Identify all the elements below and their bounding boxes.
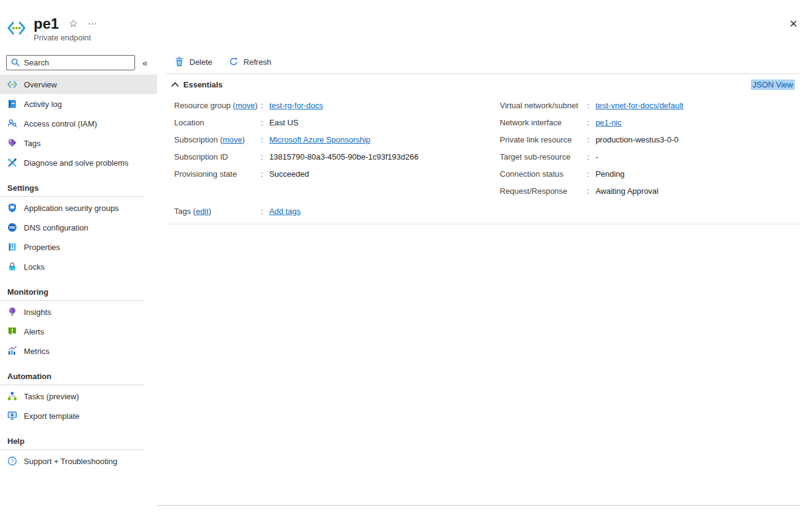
sidebar-nav: OverviewActivity logAccess control (IAM)… [0, 75, 157, 471]
sidebar-item-label: Properties [24, 243, 60, 252]
delete-button-label: Delete [189, 57, 213, 67]
sidebar-section-divider [0, 449, 145, 450]
command-bar: Delete Refresh [157, 54, 812, 73]
target-sub-resource-value: - [596, 152, 598, 161]
essentials-body: Resource group (move):test-rg-for-docsLo… [157, 97, 812, 199]
search-box [6, 55, 135, 70]
favorite-star-icon[interactable]: ☆ [68, 17, 78, 30]
sidebar-item-application-security-groups[interactable]: Application security groups [0, 198, 157, 218]
essentials-header: Essentials JSON View [157, 74, 812, 93]
colon-separator: : [261, 101, 263, 110]
colon-separator: : [587, 169, 590, 179]
essentials-title[interactable]: Essentials [183, 80, 222, 89]
subscription-value-link[interactable]: Microsoft Azure Sponsorship [269, 135, 370, 144]
sidebar-section-help: Help?Support + Troubleshooting [0, 434, 157, 471]
colon-separator: : [261, 152, 263, 161]
export-template-icon [7, 411, 17, 421]
subscription-label: Subscription (move) [174, 135, 258, 144]
subscription-inline-link[interactable]: move [222, 135, 242, 144]
sidebar-item-label: Metrics [24, 347, 49, 356]
sidebar-item-insights[interactable]: Insights [0, 302, 157, 322]
diagnose-icon [7, 158, 17, 168]
trash-icon [175, 57, 185, 67]
provisioning-state-value: Succeeded [269, 169, 309, 179]
refresh-button-label: Refresh [244, 57, 272, 67]
resource-group-label: Resource group (move) [174, 101, 258, 110]
sidebar-item-support-troubleshooting[interactable]: ?Support + Troubleshooting [0, 451, 157, 471]
provisioning-state-label: Provisioning state [174, 169, 258, 179]
json-view-link[interactable]: JSON View [751, 79, 795, 90]
sidebar-item-export-template[interactable]: Export template [0, 406, 157, 426]
sidebar-item-alerts[interactable]: Alerts [0, 322, 157, 341]
delete-button[interactable]: Delete [175, 57, 213, 67]
tags-label: Tags (edit) [174, 207, 258, 216]
essentials-row-tags: Tags (edit):Add tags [174, 202, 812, 220]
sidebar-item-label: Locks [24, 262, 45, 271]
sidebar-section-divider [0, 196, 145, 197]
sidebar: « OverviewActivity logAccess control (IA… [0, 54, 157, 513]
tags-inline-link[interactable]: edit [196, 207, 208, 216]
sidebar-item-tasks-preview[interactable]: Tasks (preview) [0, 386, 157, 406]
sidebar-item-label: Insights [24, 308, 51, 317]
chevron-up-icon[interactable] [171, 82, 179, 87]
sidebar-item-metrics[interactable]: Metrics [0, 341, 157, 361]
private-endpoint-icon [7, 21, 26, 36]
tasks-flowchart-icon [7, 391, 17, 401]
sidebar-item-label: Diagnose and solve problems [24, 158, 128, 168]
close-blade-icon[interactable]: × [789, 17, 797, 31]
search-icon [11, 58, 20, 67]
sidebar-item-label: Tasks (preview) [24, 392, 79, 401]
sidebar-item-dns-configuration[interactable]: DNSDNS configuration [0, 218, 157, 237]
request-response-value: Awaiting Approval [596, 186, 659, 196]
resource-group-value-link[interactable]: test-rg-for-docs [269, 101, 323, 110]
essentials-row-provisioning-state: Provisioning state:Succeeded [174, 165, 495, 182]
sidebar-item-properties[interactable]: Properties [0, 237, 157, 257]
search-input[interactable] [6, 55, 135, 70]
refresh-button[interactable]: Refresh [229, 57, 272, 67]
activity-log-icon [7, 99, 17, 109]
properties-icon [7, 242, 17, 252]
essentials-row-subscription: Subscription (move):Microsoft Azure Spon… [174, 131, 495, 148]
resource-group-inline-link[interactable]: move [235, 101, 255, 110]
sidebar-item-locks[interactable]: Locks [0, 257, 157, 276]
colon-separator: : [587, 101, 590, 110]
essentials-left-column: Resource group (move):test-rg-for-docsLo… [174, 97, 495, 182]
sidebar-item-access-control-iam[interactable]: Access control (IAM) [0, 114, 157, 133]
sidebar-item-label: Alerts [24, 327, 44, 336]
colon-separator: : [261, 169, 263, 179]
more-options-icon[interactable]: ⋯ [88, 18, 98, 29]
subscription-id-value: 13815790-80a3-4505-90be-1c93f193d266 [269, 152, 419, 161]
sidebar-section-title: Automation [0, 369, 157, 385]
access-control-icon [7, 119, 17, 128]
svg-text:DNS: DNS [9, 226, 15, 229]
sidebar-section-title: Help [0, 434, 157, 449]
sidebar-section-monitoring: MonitoringInsightsAlertsMetrics [0, 284, 157, 361]
sidebar-item-tags[interactable]: Tags [0, 133, 157, 153]
colon-separator: : [261, 207, 263, 216]
alert-icon [7, 327, 17, 336]
essentials-row-connection-status: Connection status:Pending [500, 165, 808, 182]
location-label: Location [174, 118, 258, 127]
network-interface-value-link[interactable]: pe1-nic [596, 118, 622, 127]
essentials-row-subscription-id: Subscription ID:13815790-80a3-4505-90be-… [174, 148, 495, 165]
colon-separator: : [587, 152, 590, 161]
request-response-label: Request/Response [500, 186, 585, 196]
connection-status-label: Connection status [500, 169, 585, 179]
essentials-bottom-divider [166, 224, 800, 224]
collapse-sidebar-icon[interactable]: « [141, 57, 149, 68]
colon-separator: : [587, 186, 590, 196]
sidebar-item-activity-log[interactable]: Activity log [0, 94, 157, 114]
private-link-resource-label: Private link resource [500, 135, 585, 144]
essentials-row-virtual-network-subnet: Virtual network/subnet:test-vnet-for-doc… [500, 97, 808, 114]
sidebar-search-row: « [0, 54, 157, 75]
sidebar-item-label: Export template [24, 412, 79, 421]
tags-value-link[interactable]: Add tags [269, 207, 301, 216]
virtual-network-subnet-value-link[interactable]: test-vnet-for-docs/default [596, 101, 684, 110]
sidebar-item-overview[interactable]: Overview [0, 75, 157, 94]
essentials-right-column: Virtual network/subnet:test-vnet-for-doc… [500, 97, 808, 199]
subscription-id-label: Subscription ID [174, 152, 258, 161]
sidebar-item-label: Application security groups [24, 204, 119, 213]
sidebar-section-settings: SettingsApplication security groupsDNSDN… [0, 180, 157, 276]
sidebar-item-diagnose-and-solve-problems[interactable]: Diagnose and solve problems [0, 153, 157, 172]
colon-separator: : [261, 135, 263, 144]
